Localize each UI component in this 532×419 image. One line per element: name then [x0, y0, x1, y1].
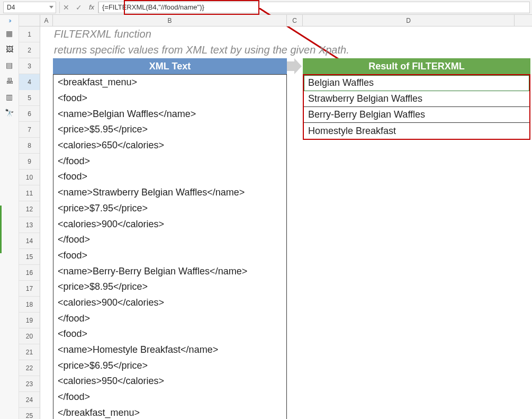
row-header[interactable]: 2: [19, 42, 40, 58]
column-header-a[interactable]: A: [40, 15, 53, 26]
binoculars-icon[interactable]: 🔭: [2, 106, 17, 119]
row-header[interactable]: 12: [19, 201, 40, 217]
column-header-d[interactable]: D: [303, 15, 515, 26]
row-header[interactable]: 11: [19, 185, 40, 201]
xml-line: <food>: [53, 91, 286, 106]
xml-line: <price>$8.95</price>: [53, 279, 286, 295]
xml-line: <food>: [53, 326, 286, 342]
image-icon[interactable]: 🖼: [2, 43, 17, 56]
expand-chevrons-icon[interactable]: ››: [0, 15, 19, 25]
name-box[interactable]: D4: [3, 2, 56, 13]
row-header[interactable]: 1: [19, 26, 40, 42]
xml-line: </food>: [53, 153, 286, 169]
row-header[interactable]: 4: [19, 74, 40, 90]
table-icon[interactable]: ▥: [2, 91, 17, 103]
xml-text-cell[interactable]: <breakfast_menu> <food> <name>Belgian Wa…: [53, 74, 287, 419]
xml-line: <calories>650</calories>: [53, 138, 286, 154]
result-range-highlight: Belgian Waffles Strawberry Belgian Waffl…: [303, 74, 530, 140]
column-header-c[interactable]: C: [287, 15, 303, 26]
row-header[interactable]: 3: [19, 58, 40, 74]
workarea: ›› ▦ 🖼 ▤ 🖶 ▥ 🔭 A B C D 1 2 3 4 5 6 7: [0, 15, 532, 419]
row-header[interactable]: 19: [19, 313, 40, 328]
side-toolbar: ›› ▦ 🖼 ▤ 🖶 ▥ 🔭: [0, 15, 19, 419]
row-header[interactable]: 5: [19, 90, 40, 106]
row-header[interactable]: 6: [19, 106, 40, 122]
row-header[interactable]: 9: [19, 154, 40, 170]
row-header[interactable]: 20: [19, 328, 40, 344]
enter-formula-button[interactable]: ✓: [73, 2, 85, 13]
row-header[interactable]: 10: [19, 170, 40, 185]
xml-line: <name>Belgian Waffles</name>: [53, 106, 286, 122]
row-header[interactable]: 8: [19, 138, 40, 154]
result-header-cell[interactable]: Result of FILTERXML: [303, 58, 530, 74]
result-cell[interactable]: Belgian Waffles: [304, 75, 529, 91]
xml-line: <calories>950</calories>: [53, 373, 286, 389]
row-header[interactable]: 22: [19, 360, 40, 376]
cells-area[interactable]: FILTERXML function returns specific valu…: [40, 26, 532, 419]
layers-icon[interactable]: ▤: [2, 59, 17, 72]
xml-line: <name>Homestyle Breakfast</name>: [53, 342, 286, 358]
side-tab-indicator[interactable]: [0, 206, 2, 253]
cancel-formula-button[interactable]: ✕: [60, 2, 73, 13]
formula-text: {=FILTERXML(B4,"//food/name")}: [102, 3, 204, 11]
xml-line: <name>Berry-Berry Belgian Waffles</name>: [53, 263, 286, 279]
result-cell[interactable]: Strawberry Belgian Waffles: [304, 91, 529, 107]
grid-icon[interactable]: ▦: [2, 27, 17, 40]
column-header-b[interactable]: B: [53, 15, 287, 26]
xml-line: <price>$5.95</price>: [53, 122, 286, 138]
row-header[interactable]: 25: [19, 408, 40, 419]
print-icon[interactable]: 🖶: [2, 75, 17, 87]
row-header[interactable]: 24: [19, 392, 40, 408]
xml-line: </breakfast_menu>: [53, 405, 286, 419]
row-header[interactable]: 13: [19, 217, 40, 233]
formula-bar: D4 ✕ ✓ fx {=FILTERXML(B4,"//food/name")}: [0, 0, 532, 15]
xml-header-cell[interactable]: XML Text: [53, 58, 287, 74]
row-header[interactable]: 17: [19, 281, 40, 297]
xml-line: <name>Strawberry Belgian Waffles</name>: [53, 185, 286, 201]
xml-line: <food>: [53, 248, 286, 264]
row-header[interactable]: 7: [19, 122, 40, 138]
xml-line: <price>$6.95</price>: [53, 358, 286, 373]
row-header[interactable]: 14: [19, 233, 40, 249]
worksheet[interactable]: A B C D 1 2 3 4 5 6 7 8 9 10 11 12 13 14: [19, 15, 532, 419]
row-header[interactable]: 18: [19, 297, 40, 313]
description-subtitle: returns specific values from XML text by…: [54, 44, 349, 56]
fx-icon[interactable]: fx: [85, 2, 98, 13]
xml-line: </food>: [53, 232, 286, 248]
description-title: FILTERXML function: [54, 28, 151, 40]
formula-input[interactable]: {=FILTERXML(B4,"//food/name")}: [98, 2, 530, 13]
row-header[interactable]: 16: [19, 265, 40, 281]
result-cell[interactable]: Berry-Berry Belgian Waffles: [304, 107, 529, 123]
row-header[interactable]: 23: [19, 376, 40, 392]
xml-line: <price>$7.95</price>: [53, 201, 286, 217]
arrow-right-icon: [287, 58, 302, 74]
xml-line: <breakfast_menu>: [53, 75, 286, 91]
column-headers: A B C D: [19, 15, 532, 26]
row-headers: 1 2 3 4 5 6 7 8 9 10 11 12 13 14 15 16 1…: [19, 26, 40, 419]
chevron-down-icon[interactable]: [49, 6, 53, 8]
select-all-corner[interactable]: [19, 15, 40, 26]
xml-line: <calories>900</calories>: [53, 295, 286, 311]
name-box-value: D4: [7, 4, 15, 11]
xml-line: </food>: [53, 310, 286, 326]
xml-line: <calories>900</calories>: [53, 216, 286, 232]
xml-line: </food>: [53, 389, 286, 405]
xml-line: <food>: [53, 169, 286, 185]
result-cell[interactable]: Homestyle Breakfast: [304, 123, 529, 139]
row-header[interactable]: 21: [19, 344, 40, 360]
row-header[interactable]: 15: [19, 249, 40, 265]
